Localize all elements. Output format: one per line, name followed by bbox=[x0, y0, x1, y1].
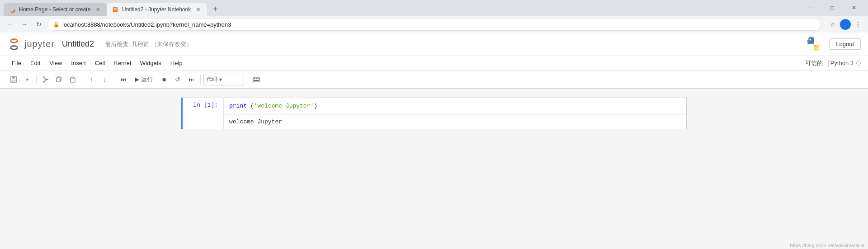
keyboard-shortcuts-button[interactable] bbox=[250, 73, 263, 86]
menu-help[interactable]: Help bbox=[166, 58, 187, 68]
paste-cell-button[interactable] bbox=[66, 73, 79, 86]
forward-button[interactable]: → bbox=[18, 18, 31, 31]
cell-type-select[interactable]: 代码 ▾ bbox=[203, 74, 244, 85]
svg-rect-28 bbox=[255, 80, 258, 81]
notebook-title[interactable]: Untitled2 bbox=[62, 39, 94, 49]
tab-home-label: Home Page - Select or create bbox=[19, 6, 90, 13]
copy-cell-button[interactable] bbox=[53, 73, 66, 86]
menu-kernel[interactable]: Kernel bbox=[109, 58, 136, 68]
svg-point-17 bbox=[43, 81, 45, 83]
browser-frame: Home Page - Select or create ✕ Untitled2… bbox=[0, 0, 868, 249]
code-close-paren: ) bbox=[314, 103, 317, 109]
bookmark-button[interactable]: ☆ bbox=[826, 18, 839, 31]
run-button[interactable]: ▶ 运行 bbox=[131, 73, 157, 86]
run-label: 运行 bbox=[141, 75, 153, 84]
svg-rect-20 bbox=[57, 78, 60, 82]
toolbar-divider-3 bbox=[114, 75, 114, 84]
jupyter-logo: jupyter bbox=[7, 38, 55, 51]
back-button[interactable]: ← bbox=[4, 18, 16, 31]
svg-rect-27 bbox=[254, 80, 255, 81]
reload-button[interactable]: ↻ bbox=[33, 18, 45, 31]
tab-notebook-label: Untitled2 - Jupyter Notebook bbox=[122, 6, 191, 13]
svg-rect-29 bbox=[258, 80, 259, 81]
add-cell-button[interactable]: + bbox=[21, 73, 33, 86]
jupyter-logo-icon bbox=[7, 38, 21, 51]
menu-widgets[interactable]: Widgets bbox=[136, 58, 166, 68]
svg-rect-9 bbox=[808, 38, 814, 43]
cell-output: welcome Jupyter bbox=[224, 115, 686, 129]
svg-rect-1 bbox=[113, 7, 118, 12]
notebook-content: In [1]: print ('welcome Jupyter') welcom… bbox=[174, 98, 694, 129]
svg-point-0 bbox=[9, 7, 15, 12]
kernel-indicator: Python 3 bbox=[830, 60, 861, 66]
tab-home[interactable]: Home Page - Select or create ✕ bbox=[4, 3, 107, 16]
svg-rect-25 bbox=[256, 78, 257, 79]
trusted-label: 可信的 bbox=[802, 59, 826, 67]
address-right-icons: ☆ ⋮ bbox=[823, 18, 864, 31]
svg-point-11 bbox=[810, 39, 811, 40]
move-down-button[interactable]: ↓ bbox=[99, 73, 111, 86]
watermark: https://blog.csdn.net/weixin/article bbox=[790, 243, 864, 248]
maximize-button[interactable]: □ bbox=[822, 1, 843, 14]
logout-button[interactable]: Logout bbox=[829, 38, 861, 50]
code-string: 'welcome Jupyter' bbox=[254, 103, 314, 109]
tab-bar: Home Page - Select or create ✕ Untitled2… bbox=[0, 0, 868, 16]
svg-rect-14 bbox=[12, 76, 15, 79]
svg-rect-10 bbox=[814, 45, 819, 51]
kernel-status-circle bbox=[856, 61, 861, 66]
tab-notebook-favicon bbox=[112, 6, 118, 13]
toolbar-divider-4 bbox=[200, 75, 201, 84]
cell-type-label: 代码 bbox=[207, 75, 217, 83]
profile-button[interactable] bbox=[840, 19, 851, 30]
cell-input[interactable]: print ('welcome Jupyter') bbox=[224, 98, 686, 115]
svg-point-16 bbox=[43, 76, 45, 78]
svg-rect-26 bbox=[258, 78, 259, 79]
minimize-button[interactable]: ─ bbox=[800, 1, 821, 14]
cell-prompt: In [1]: bbox=[183, 98, 223, 129]
restart-button[interactable]: ↺ bbox=[171, 73, 184, 86]
jupyter-toolbar: + ↑ ↓ ⏭ ▶ 运行 ■ ↺ ⏭ bbox=[0, 70, 868, 89]
code-open-paren: ( bbox=[247, 103, 254, 109]
run-next-button[interactable]: ⏭ bbox=[117, 73, 130, 86]
cut-cell-button[interactable] bbox=[39, 73, 52, 86]
jupyter-header: jupyter Untitled2 最后检查: 几秒前 （未保存改变） bbox=[0, 33, 868, 56]
close-button[interactable]: ✕ bbox=[844, 1, 864, 14]
code-keyword: print bbox=[229, 103, 247, 109]
svg-rect-23 bbox=[253, 77, 259, 82]
svg-rect-24 bbox=[254, 78, 255, 79]
cell-body: print ('welcome Jupyter') welcome Jupyte… bbox=[223, 98, 686, 129]
stop-button[interactable]: ■ bbox=[158, 73, 170, 86]
kernel-divider bbox=[828, 60, 829, 67]
jupyter-menubar: File Edit View Insert Cell Kernel Widget… bbox=[0, 56, 868, 70]
svg-point-6 bbox=[11, 46, 18, 49]
menu-view[interactable]: View bbox=[45, 58, 66, 68]
save-button[interactable] bbox=[7, 73, 20, 86]
tab-notebook-close[interactable]: ✕ bbox=[194, 6, 202, 13]
checkpoint-text: 最后检查: 几秒前 （未保存改变） bbox=[105, 40, 192, 48]
menu-button[interactable]: ⋮ bbox=[852, 18, 864, 31]
address-bar-row: ← → ↻ 🔒 localhost:8888/notebooks/Untitle… bbox=[0, 16, 868, 33]
code-cell[interactable]: In [1]: print ('welcome Jupyter') welcom… bbox=[181, 98, 687, 129]
menu-edit[interactable]: Edit bbox=[26, 58, 45, 68]
notebook-body: In [1]: print ('welcome Jupyter') welcom… bbox=[0, 89, 868, 249]
window-controls: ─ □ ✕ bbox=[800, 1, 864, 16]
lock-icon: 🔒 bbox=[53, 21, 60, 28]
address-input[interactable]: 🔒 localhost:8888/notebooks/Untitled2.ipy… bbox=[47, 18, 821, 31]
jupyter-brand: jupyter bbox=[24, 39, 55, 49]
address-text: localhost:8888/notebooks/Untitled2.ipynb… bbox=[62, 21, 815, 28]
toolbar-divider-1 bbox=[36, 75, 37, 84]
run-icon: ▶ bbox=[135, 76, 139, 83]
svg-point-12 bbox=[817, 48, 818, 49]
new-tab-button[interactable]: + bbox=[209, 3, 222, 15]
svg-point-5 bbox=[11, 39, 18, 42]
tab-notebook[interactable]: Untitled2 - Jupyter Notebook ✕ bbox=[107, 3, 207, 16]
menu-cell[interactable]: Cell bbox=[90, 58, 109, 68]
tab-home-close[interactable]: ✕ bbox=[94, 6, 101, 13]
cell-type-chevron-icon: ▾ bbox=[219, 76, 222, 83]
menu-insert[interactable]: Insert bbox=[66, 58, 90, 68]
tab-home-favicon bbox=[9, 6, 15, 13]
move-up-button[interactable]: ↑ bbox=[85, 73, 98, 86]
kernel-name-label: Python 3 bbox=[830, 60, 854, 66]
menu-file[interactable]: File bbox=[7, 58, 26, 68]
restart-run-button[interactable]: ⏭ bbox=[185, 73, 198, 86]
